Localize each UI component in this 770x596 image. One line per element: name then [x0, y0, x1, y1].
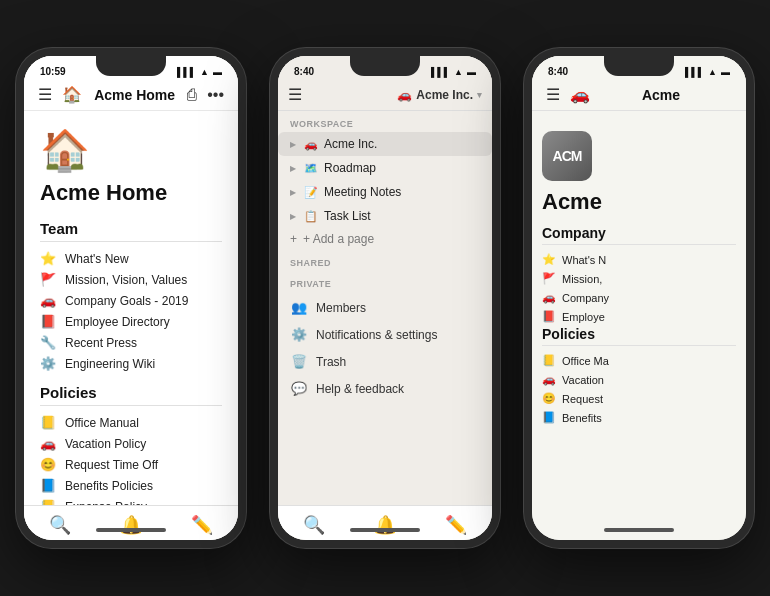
share-icon[interactable]: ⎙	[187, 86, 197, 104]
list-item[interactable]: ⚙️Engineering Wiki	[40, 353, 222, 374]
item-label: Request	[562, 393, 603, 405]
tab-bar-2: 🔍 🔔 ✏️	[278, 505, 492, 540]
search-tab-2[interactable]: 🔍	[303, 514, 325, 536]
sidebar-item-members[interactable]: 👥 Members	[278, 294, 492, 321]
item-emoji: 🚗	[542, 373, 556, 386]
help-icon: 💬	[290, 381, 308, 396]
add-page-label: + Add a page	[303, 232, 374, 246]
compose-tab-2[interactable]: ✏️	[445, 514, 467, 536]
list-item[interactable]: 📕Employe	[542, 307, 736, 326]
list-item[interactable]: 😊Request	[542, 389, 736, 408]
partial-page-content: ACM Acme Company ⭐What's N 🚩Mission, 🚗Co…	[532, 111, 746, 427]
sidebar-item-notifications[interactable]: ⚙️ Notifications & settings	[278, 321, 492, 348]
status-icons-3: ▌▌▌ ▲ ▬	[685, 67, 730, 77]
wifi-icon-3: ▲	[708, 67, 717, 77]
phone-3-screen: 8:40 ▌▌▌ ▲ ▬ ☰ 🚗 Acme ACM Acme Company	[532, 56, 746, 540]
hamburger-icon-3[interactable]: ☰	[546, 85, 560, 104]
status-bar-3: 8:40 ▌▌▌ ▲ ▬	[532, 56, 746, 81]
list-item[interactable]: ⭐What's N	[542, 250, 736, 269]
item-emoji: ⭐	[542, 253, 556, 266]
page-content-1: 🏠 Acme Home Team ⭐What's New 🚩Mission, V…	[24, 111, 238, 505]
private-items: 👥 Members ⚙️ Notifications & settings 🗑️…	[278, 292, 492, 404]
time-1: 10:59	[40, 66, 66, 77]
item-emoji: 📘	[542, 411, 556, 424]
list-item[interactable]: 📒Office Manual	[40, 412, 222, 433]
compose-tab[interactable]: ✏️	[191, 514, 213, 536]
sidebar-item-task-list[interactable]: ▶ 📋 Task List	[278, 204, 492, 228]
item-label: Benefits	[562, 412, 602, 424]
item-emoji: 😊	[542, 392, 556, 405]
sidebar-item-acme[interactable]: ▶ 🚗 Acme Inc.	[278, 132, 492, 156]
item-label: Mission, Vision, Values	[65, 273, 187, 287]
list-item[interactable]: 🚗Vacation Policy	[40, 433, 222, 454]
nav-title-3: Acme	[590, 87, 732, 103]
sidebar-item-roadmap[interactable]: ▶ 🗺️ Roadmap	[278, 156, 492, 180]
list-item[interactable]: 🔧Recent Press	[40, 332, 222, 353]
page-title-1: Acme Home	[40, 180, 222, 206]
item-emoji: 🗺️	[304, 162, 318, 175]
list-item[interactable]: 📘Benefits Policies	[40, 475, 222, 496]
hamburger-icon[interactable]: ☰	[38, 85, 52, 104]
workspace-name: Acme Inc.	[416, 88, 473, 102]
logo-text: ACM	[553, 148, 582, 164]
item-emoji: 📕	[40, 314, 58, 329]
policies-items: 📒Office Manual 🚗Vacation Policy 😊Request…	[40, 412, 222, 505]
list-item[interactable]: 🚗Company	[542, 288, 736, 307]
item-label: Task List	[324, 209, 371, 223]
list-item[interactable]: ⭐What's New	[40, 248, 222, 269]
sidebar-item-trash[interactable]: 🗑️ Trash	[278, 348, 492, 375]
list-item[interactable]: 😊Request Time Off	[40, 454, 222, 475]
list-item[interactable]: 📘Benefits	[542, 408, 736, 427]
sidebar-item-help[interactable]: 💬 Help & feedback	[278, 375, 492, 402]
item-label: Request Time Off	[65, 458, 158, 472]
battery-icon: ▬	[213, 67, 222, 77]
item-emoji: 😊	[40, 457, 58, 472]
item-label: Engineering Wiki	[65, 357, 155, 371]
list-item[interactable]: 🚗Company Goals - 2019	[40, 290, 222, 311]
list-item[interactable]: 📒Expense Policy	[40, 496, 222, 505]
item-label: Trash	[316, 355, 346, 369]
partial-policies-items: 📒Office Ma 🚗Vacation 😊Request 📘Benefits	[542, 351, 736, 427]
nav-bar-3: ☰ 🚗 Acme	[532, 81, 746, 111]
chevron-icon: ▾	[477, 90, 482, 100]
battery-icon-2: ▬	[467, 67, 476, 77]
phone-2-screen: 8:40 ▌▌▌ ▲ ▬ ☰ 🚗 Acme Inc. ▾ WORKSPACE ▶…	[278, 56, 492, 540]
hamburger-icon-2[interactable]: ☰	[288, 85, 302, 104]
item-label: Office Manual	[65, 416, 139, 430]
notifications-tab[interactable]: 🔔	[120, 514, 142, 536]
signal-icon: ▌▌▌	[177, 67, 196, 77]
partial-company-items: ⭐What's N 🚩Mission, 🚗Company 📕Employe	[542, 250, 736, 326]
add-page-button[interactable]: + + Add a page	[278, 228, 492, 250]
page-icon-small-3: 🚗	[570, 85, 590, 104]
item-emoji: 📒	[40, 415, 58, 430]
search-tab[interactable]: 🔍	[49, 514, 71, 536]
item-label: Mission,	[562, 273, 602, 285]
policies-section-title: Policies	[40, 384, 222, 406]
item-emoji: 🚗	[40, 293, 58, 308]
list-item[interactable]: 🚩Mission,	[542, 269, 736, 288]
more-icon[interactable]: •••	[207, 86, 224, 104]
plus-icon: +	[290, 232, 297, 246]
settings-icon: ⚙️	[290, 327, 308, 342]
item-label: Employe	[562, 311, 605, 323]
members-icon: 👥	[290, 300, 308, 315]
nav-bar-1: ☰ 🏠 Acme Home ⎙ •••	[24, 81, 238, 111]
list-item[interactable]: 🚩Mission, Vision, Values	[40, 269, 222, 290]
list-item[interactable]: 🚗Vacation	[542, 370, 736, 389]
list-item[interactable]: 📕Employee Directory	[40, 311, 222, 332]
sidebar-content: WORKSPACE ▶ 🚗 Acme Inc. ▶ 🗺️ Roadmap ▶ 📝…	[278, 111, 492, 505]
team-items: ⭐What's New 🚩Mission, Vision, Values 🚗Co…	[40, 248, 222, 374]
item-label: Recent Press	[65, 336, 137, 350]
item-emoji: 🔧	[40, 335, 58, 350]
item-label: Acme Inc.	[324, 137, 377, 151]
item-emoji: 📝	[304, 186, 318, 199]
nav-bar-2: ☰ 🚗 Acme Inc. ▾	[278, 81, 492, 111]
company-section-title: Company	[542, 225, 736, 245]
private-label: PRIVATE	[278, 271, 492, 292]
notifications-tab-2[interactable]: 🔔	[374, 514, 396, 536]
sidebar-item-meeting-notes[interactable]: ▶ 📝 Meeting Notes	[278, 180, 492, 204]
list-item[interactable]: 📒Office Ma	[542, 351, 736, 370]
item-label: Company	[562, 292, 609, 304]
item-label: Office Ma	[562, 355, 609, 367]
time-3: 8:40	[548, 66, 568, 77]
